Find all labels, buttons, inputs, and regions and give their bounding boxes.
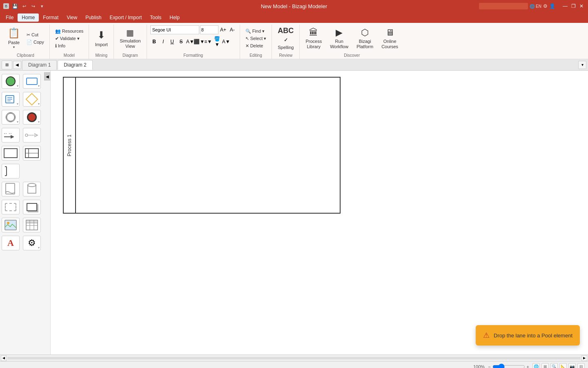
paste-button[interactable]: 📋 Paste ▾: [5, 25, 23, 51]
svg-point-15: [28, 183, 36, 187]
sidebar-row-9: [2, 218, 49, 232]
tooltip-text: Drop the lane into a Pool element: [494, 332, 572, 339]
scroll-left-btn[interactable]: ◀: [1, 355, 7, 361]
font-family-select[interactable]: [150, 25, 199, 34]
dropdown-btn[interactable]: ▾: [38, 2, 46, 10]
table-btn[interactable]: [23, 218, 41, 232]
tab-prev-btn[interactable]: ◀: [13, 61, 21, 69]
start-event-btn[interactable]: [2, 74, 20, 89]
font-size-select[interactable]: [200, 25, 218, 34]
validate-button[interactable]: ✔ Validate ▾: [53, 35, 86, 42]
sidebar-toggle-btn[interactable]: ⊞: [2, 60, 12, 69]
menu-file[interactable]: File: [2, 13, 18, 22]
zoom-in-btn[interactable]: +: [527, 364, 529, 368]
h-scroll-track[interactable]: [7, 357, 581, 359]
status-icon-camera[interactable]: 📷: [568, 363, 576, 368]
simulation-button[interactable]: ▦ Simulation View: [117, 25, 143, 51]
maximize-btn[interactable]: ❐: [570, 3, 577, 9]
tab-dropdown-btn[interactable]: ▾: [578, 61, 586, 69]
search-bar[interactable]: [479, 3, 528, 9]
run-workflow-button[interactable]: ▶ RunWorkflow: [327, 25, 351, 51]
tab-diagram1[interactable]: Diagram 1: [22, 60, 57, 70]
close-btn[interactable]: ✕: [578, 3, 585, 9]
task-btn[interactable]: [23, 74, 41, 89]
paste-dropdown[interactable]: ▾: [13, 45, 15, 49]
lang-selector[interactable]: 🌐 EN: [530, 4, 541, 9]
bold-btn[interactable]: B: [150, 38, 158, 46]
align-btn[interactable]: ≡▼: [204, 38, 212, 46]
online-courses-button[interactable]: 🖥 OnlineCourses: [379, 25, 401, 51]
spelling-button[interactable]: ABC✓ Spelling: [275, 25, 296, 51]
status-icon-ruler[interactable]: 📐: [559, 363, 567, 368]
settings-btn[interactable]: ⚙: [543, 3, 548, 9]
copy-button[interactable]: 📄 Copy: [24, 39, 46, 46]
delete-icon: ✕: [245, 43, 249, 49]
zoom-out-btn[interactable]: −: [488, 364, 490, 368]
end-event-btn[interactable]: [23, 110, 41, 125]
tabs-bar: ⊞ ◀ Diagram 1 Diagram 2 ▾: [0, 59, 588, 71]
pool-btn[interactable]: [2, 146, 20, 161]
undo-btn[interactable]: ↩: [20, 2, 28, 10]
document-btn[interactable]: [2, 182, 20, 196]
delete-button[interactable]: ✕ Delete: [243, 42, 269, 49]
sequence-flow-btn[interactable]: [2, 128, 20, 143]
cut-button[interactable]: ✂ Cut: [24, 31, 46, 38]
menu-help[interactable]: Help: [165, 13, 184, 22]
resources-button[interactable]: 👥 Resources: [53, 28, 86, 35]
dashed-rect-btn[interactable]: [2, 200, 20, 214]
bucket-btn[interactable]: 🪣▼: [213, 38, 221, 46]
status-icon-zoom[interactable]: 🔍: [550, 363, 558, 368]
find-button[interactable]: 🔍 Find ▾: [243, 28, 269, 35]
menu-home[interactable]: Home: [18, 13, 39, 22]
menu-view[interactable]: View: [62, 13, 81, 22]
canvas-area[interactable]: Process 1: [51, 71, 588, 355]
data-object-btn[interactable]: [2, 92, 20, 107]
copy-icon: 📄: [27, 40, 32, 45]
sidebar-collapse-btn[interactable]: ◀: [44, 72, 51, 80]
intermediate-event-btn[interactable]: [2, 110, 20, 125]
bizagi-platform-button[interactable]: ⬡ BizagiPlatform: [354, 25, 376, 51]
menu-tools[interactable]: Tools: [146, 13, 165, 22]
message-flow-btn[interactable]: [23, 128, 41, 143]
pool-content[interactable]: [76, 78, 340, 213]
tab-diagram2[interactable]: Diagram 2: [58, 60, 92, 70]
increase-font-btn[interactable]: A+: [219, 26, 227, 34]
status-icon-globe[interactable]: 🌐: [532, 363, 540, 368]
text-bg-btn[interactable]: A▼: [222, 38, 230, 46]
zoom-slider[interactable]: [492, 364, 525, 368]
shadow-rect-btn[interactable]: [23, 200, 41, 214]
fill-color-btn[interactable]: ⬛▼: [195, 38, 203, 46]
menu-publish[interactable]: Publish: [81, 13, 105, 22]
menu-export-import[interactable]: Export / Import: [106, 13, 146, 22]
minimize-btn[interactable]: —: [562, 3, 568, 9]
status-icon-grid[interactable]: ⊞: [541, 363, 549, 368]
annotation-btn[interactable]: [2, 164, 20, 178]
select-button[interactable]: ↖ Select ▾: [243, 35, 269, 42]
save-btn[interactable]: 💾: [11, 2, 19, 10]
image-btn[interactable]: [2, 218, 20, 232]
scroll-right-btn[interactable]: ▶: [581, 355, 587, 361]
diagram-label: Diagram: [122, 53, 138, 59]
process-library-button[interactable]: 🏛 ProcessLibrary: [303, 25, 324, 51]
info-button[interactable]: ℹ Info: [53, 42, 86, 49]
quick-access-toolbar: 💾 ↩ ↪ ▾: [11, 2, 46, 10]
menu-format[interactable]: Format: [39, 13, 62, 22]
decrease-font-btn[interactable]: A-: [228, 26, 236, 34]
pool-lanes-btn[interactable]: [23, 146, 41, 161]
text-btn[interactable]: A: [2, 236, 20, 250]
font-color-btn[interactable]: A▼: [186, 38, 194, 46]
cylinder-btn[interactable]: [23, 182, 41, 196]
italic-btn[interactable]: I: [159, 38, 167, 46]
user-btn[interactable]: 👤: [549, 3, 555, 9]
cut-icon: ✂: [27, 32, 30, 38]
sidebar-row-7: [2, 182, 49, 196]
gateway-btn[interactable]: [23, 92, 41, 107]
strikethrough-btn[interactable]: S: [177, 38, 185, 46]
status-icon-minus[interactable]: ⊟: [577, 363, 585, 368]
import-button[interactable]: ⬇ Import: [92, 25, 110, 51]
process-pool[interactable]: Process 1: [63, 77, 341, 214]
redo-btn[interactable]: ↪: [29, 2, 37, 10]
ribbon-group-discover: 🏛 ProcessLibrary ▶ RunWorkflow ⬡ BizagiP…: [300, 25, 404, 59]
underline-btn[interactable]: U: [168, 38, 176, 46]
gear-btn[interactable]: ⚙: [23, 236, 41, 250]
